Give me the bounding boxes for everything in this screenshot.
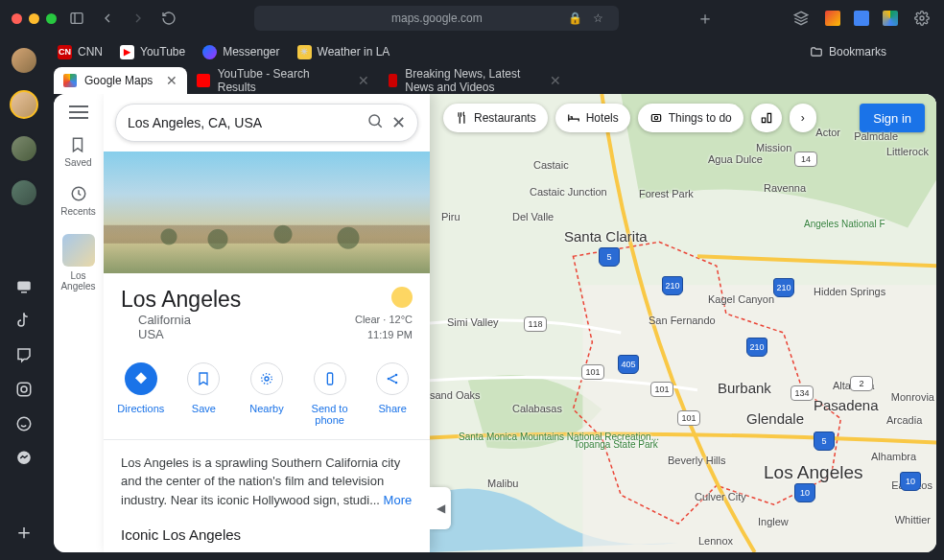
place-time: 11:19 PM [355,327,413,343]
close-tab-icon[interactable]: ✕ [550,73,561,88]
gmail-icon[interactable] [825,11,840,26]
new-tab-icon[interactable]: ＋ [695,8,716,29]
twitch-icon[interactable] [14,345,34,364]
svg-point-8 [17,417,31,431]
favicon-maps-icon [63,74,77,87]
map-label: Calabasas [512,403,562,414]
map-label: Palmdale [854,130,898,142]
map-label: sand Oaks [430,389,481,401]
svg-rect-6 [17,383,31,396]
bookmarks-folder[interactable]: Bookmarks [810,45,886,58]
route-shield: 134 [791,385,814,401]
saved-button[interactable]: Saved [64,136,91,168]
map-label: Los Angeles [764,462,863,483]
map-canvas[interactable]: ◀ Restaurants Hotels Things to do › Sign… [430,94,936,552]
interstate-shield: 5 [814,432,835,451]
profile-avatar-3[interactable] [10,134,38,163]
place-country: USA [121,327,241,341]
svg-rect-15 [327,373,332,385]
directions-button[interactable]: Directions [113,362,169,426]
more-link[interactable]: More [384,493,413,507]
star-icon[interactable]: ☆ [593,12,603,25]
svg-point-14 [262,373,272,384]
svg-rect-4 [17,282,31,291]
svg-rect-23 [651,115,660,122]
map-label: Angeles National F [804,219,890,229]
scroll-pills-icon[interactable]: › [790,104,816,132]
place-thumb-icon [62,234,95,267]
tv-app-icon[interactable] [14,276,34,295]
things-to-do-pill[interactable]: Things to do [638,104,743,132]
svg-point-24 [654,116,658,120]
recent-place-thumb[interactable]: Los Angeles [58,234,100,292]
tab-google-maps[interactable]: Google Maps ✕ [54,67,187,94]
more-category-pill[interactable] [751,104,782,132]
map-label: Beverly Hills [668,455,726,466]
drive-icon[interactable] [883,11,898,26]
interstate-shield: 405 [618,355,639,374]
search-input[interactable] [128,115,359,130]
recents-button[interactable]: Recents [60,185,96,217]
route-shield: 101 [581,364,604,380]
nearby-button[interactable]: Nearby [239,362,295,426]
map-label: Glendale [746,410,804,427]
route-shield: 2 [850,376,873,391]
map-label: Piru [441,211,460,222]
bookmark-weather[interactable]: ☀Weather in LA [297,45,390,59]
profile-avatar-1[interactable] [10,46,38,75]
save-button[interactable]: Save [176,362,231,426]
map-label: Santa Monica Mountains National Recreati… [459,432,574,442]
map-label: Castaic Junction [530,186,607,198]
layers-icon[interactable] [791,8,812,29]
close-tab-icon[interactable]: ✕ [166,73,177,88]
iconic-heading: Iconic Los Angeles [104,523,430,552]
profile-avatar-2[interactable] [10,90,38,119]
bookmark-youtube[interactable]: ▶YouTube [120,45,185,59]
bookmark-cnn[interactable]: CNCNN [58,45,103,59]
interstate-shield: 210 [746,338,767,357]
send-to-phone-button[interactable]: Send to phone [302,362,358,426]
sign-in-button[interactable]: Sign in [860,104,925,132]
tab-youtube[interactable]: YouTube - Search Results ✕ [187,67,379,94]
tiktok-icon[interactable] [14,311,34,330]
window-close[interactable] [12,13,22,24]
interstate-shield: 210 [662,276,683,295]
svg-point-18 [395,381,398,384]
window-minimize[interactable] [29,13,39,24]
url-bar[interactable]: maps.google.com 🔒 ☆ [254,6,619,31]
share-button[interactable]: Share [365,362,420,426]
messenger-icon[interactable] [14,449,34,468]
map-label: Malibu [487,478,518,489]
bookmark-messenger[interactable]: Messenger [202,45,279,59]
search-box[interactable]: ✕ [115,104,418,142]
map-label: Burbank [718,380,771,396]
restaurants-pill[interactable]: Restaurants [443,104,548,132]
reload-icon[interactable] [158,8,179,29]
menu-icon[interactable] [69,105,88,119]
close-tab-icon[interactable]: ✕ [358,73,369,88]
collapse-panel-icon[interactable]: ◀ [430,487,451,529]
back-icon[interactable] [97,8,118,29]
tab-cnn[interactable]: Breaking News, Latest News and Videos ✕ [379,67,571,94]
sidebar-toggle-icon[interactable] [66,8,87,29]
profile-avatar-4[interactable] [10,178,38,207]
svg-point-16 [388,377,390,380]
instagram-icon[interactable] [14,380,34,399]
add-app-icon[interactable]: ＋ [13,518,35,547]
hotels-pill[interactable]: Hotels [555,104,630,132]
window-zoom[interactable] [46,13,57,24]
route-shield: 118 [524,316,547,332]
svg-point-13 [265,377,269,381]
calendar-icon[interactable] [854,11,869,26]
map-label: Pasadena [814,397,879,413]
favicon-youtube-icon [197,74,209,87]
whatsapp-icon[interactable] [14,414,34,433]
search-icon[interactable] [366,112,384,134]
url-text: maps.google.com [391,12,483,25]
clear-search-icon[interactable]: ✕ [391,112,406,133]
map-label: Santa Clarita [564,228,648,245]
lock-icon[interactable]: 🔒 [568,12,582,25]
forward-icon[interactable] [128,8,149,29]
settings-icon[interactable] [911,8,932,29]
map-label: Monrovia [891,391,934,403]
